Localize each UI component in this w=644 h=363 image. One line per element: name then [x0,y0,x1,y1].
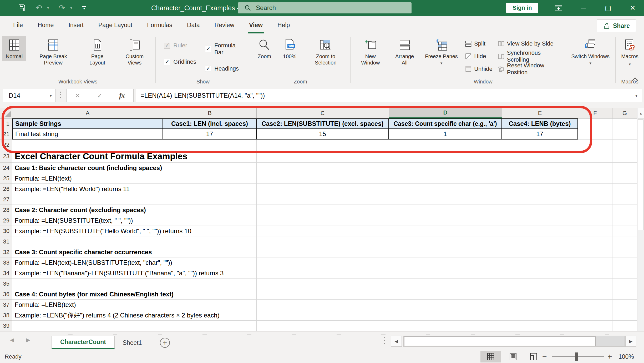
row-header[interactable]: 38 [0,310,12,321]
row-header[interactable]: 31 [0,236,12,247]
row-header[interactable]: 29 [0,215,12,226]
cell[interactable] [502,268,578,279]
cell-E21[interactable]: 17 [502,129,578,140]
cell[interactable] [257,184,389,194]
view-side-by-side-button[interactable]: View Side by Side [497,37,565,50]
zoom-to-selection-button[interactable]: Zoom to Selection [303,36,348,67]
cell[interactable] [163,279,257,289]
cell[interactable] [578,236,612,247]
cell[interactable] [578,300,612,310]
row-header[interactable]: 36 [0,289,12,300]
cell[interactable] [389,279,502,289]
row-header[interactable]: 39 [0,321,12,331]
cell[interactable] [257,194,389,205]
horizontal-scrollbar-thumb[interactable] [404,336,596,346]
arrange-all-button[interactable]: Arrange All [389,36,420,67]
hscroll-right-button[interactable]: ▶ [625,336,636,347]
cell[interactable] [389,310,502,321]
cell[interactable] [578,215,612,226]
row-header[interactable]: 24 [0,163,12,173]
cell[interactable] [502,173,578,184]
cell[interactable] [578,150,612,163]
cell[interactable] [502,236,578,247]
cell-A29[interactable]: Formula: =LEN(SUBSTITUTE(text, " ", "")) [12,215,163,226]
redo-button[interactable]: ↷ [56,0,68,16]
cell[interactable] [578,279,612,289]
row-header[interactable]: 30 [0,226,12,236]
hscroll-left-button[interactable]: ◀ [391,336,402,347]
cell[interactable] [612,129,637,140]
unhide-button[interactable]: Unhide [464,63,494,75]
cell-D1[interactable]: Case3: Count specific char (e.g., 'a') [389,118,502,129]
cell[interactable] [612,300,637,310]
zoom-in-button[interactable]: + [607,350,612,363]
cell[interactable] [578,257,612,268]
cell[interactable] [502,184,578,194]
cell[interactable] [502,150,578,163]
column-header-D-selected[interactable]: D [389,108,502,118]
cell-A28[interactable]: Case 2: Character count (excluding space… [12,205,163,215]
cell[interactable] [502,321,578,331]
row-header[interactable]: 27 [0,194,12,205]
cell-A25[interactable]: Formula: =LEN(text) [12,173,163,184]
cell[interactable] [163,215,257,226]
normal-view-toggle[interactable] [480,351,501,362]
column-header-E[interactable]: E [502,108,578,118]
cell[interactable] [502,247,578,257]
column-header-B[interactable]: B [163,108,257,118]
hide-button[interactable]: Hide [464,50,494,63]
cell[interactable] [389,321,502,331]
switch-windows-button[interactable]: Switch Windows ▾ [567,36,613,67]
cell[interactable] [12,279,163,289]
cell[interactable] [612,226,637,236]
undo-dropdown[interactable]: ▾ [45,0,52,16]
minimize-button[interactable]: ─ [575,0,592,16]
cell[interactable] [612,140,637,150]
horizontal-scrollbar[interactable] [403,336,625,347]
zoom-out-button[interactable]: − [542,350,547,363]
cell-B21[interactable]: 17 [163,129,257,140]
formula-bar-splitter[interactable] [60,92,61,98]
cell[interactable] [257,236,389,247]
cell[interactable] [163,173,257,184]
cell[interactable] [578,268,612,279]
cell[interactable] [578,205,612,215]
cell[interactable] [257,321,389,331]
cell[interactable] [257,173,389,184]
cell-A21[interactable]: Final test string [12,129,163,140]
maximize-button[interactable]: ▢ [600,0,616,16]
cell[interactable] [163,236,257,247]
macros-button[interactable]: Macros ▾ [618,36,642,68]
cell[interactable] [389,150,502,163]
cell[interactable] [578,194,612,205]
row-header[interactable]: 23 [0,150,12,163]
cell[interactable] [257,279,389,289]
row-header[interactable]: 25 [0,173,12,184]
cell[interactable] [163,205,257,215]
column-header-C[interactable]: C [257,108,389,118]
freeze-panes-button[interactable]: ✳ Freeze Panes ▾ [421,36,462,67]
split-button[interactable]: Split [464,37,494,50]
expand-formula-bar-icon[interactable]: ▾ [635,93,637,98]
cell[interactable] [12,236,163,247]
cell-A38[interactable]: Example: =LENB("你好") returns 4 (2 Chines… [12,310,163,321]
insert-function-button[interactable]: fx [119,92,125,100]
cell[interactable] [578,118,612,129]
cell[interactable] [578,129,612,140]
cell[interactable] [578,247,612,257]
headings-checkbox[interactable]: Headings [205,65,244,72]
column-header-G[interactable]: G [612,108,637,118]
cell[interactable] [502,140,578,150]
cell[interactable] [578,289,612,300]
column-header-A[interactable]: A [12,108,163,118]
cell-E1[interactable]: Case4: LENB (bytes) [502,118,578,129]
cell[interactable] [578,184,612,194]
tab-file[interactable]: File [6,16,30,34]
row-header[interactable]: 21 [0,129,12,140]
cell[interactable] [578,321,612,331]
page-break-preview-toggle[interactable] [523,351,544,362]
cell-A26[interactable]: Example: =LEN("Hello World") returns 11 [12,184,163,194]
tab-review[interactable]: Review [207,16,242,34]
cell[interactable] [257,140,389,150]
tab-data[interactable]: Data [180,16,207,34]
